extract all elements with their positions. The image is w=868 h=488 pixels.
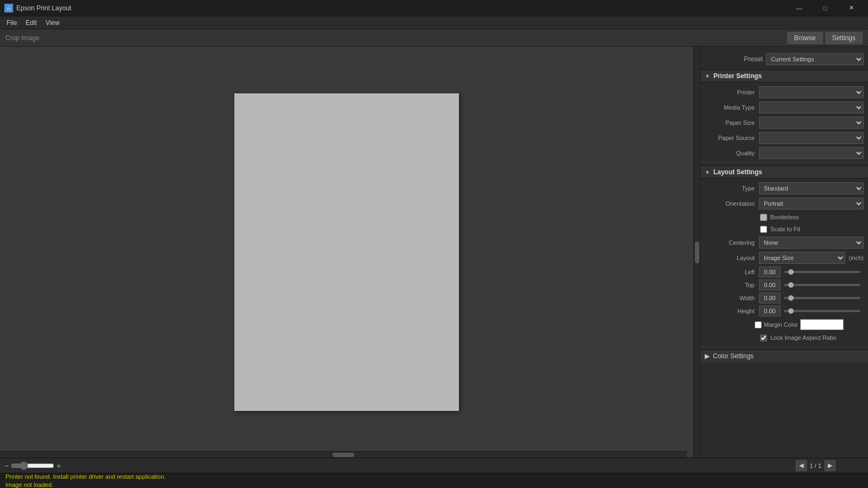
scale-to-fit-checkbox[interactable] xyxy=(760,226,767,233)
page-count: 1 / 1 xyxy=(810,462,821,469)
type-control: Standard xyxy=(759,182,864,194)
top-track[interactable] xyxy=(784,284,860,286)
paper-source-select[interactable] xyxy=(759,132,864,144)
layout-settings-arrow: ▼ xyxy=(705,169,710,175)
quality-row: Quality xyxy=(700,145,868,161)
status-text: Printer not found. Install printer drive… xyxy=(5,473,165,488)
borderless-label: Borderless xyxy=(770,214,799,220)
statusbar: Printer not found. Install printer drive… xyxy=(0,473,868,488)
hscroll-thumb[interactable] xyxy=(333,453,354,457)
width-slider-row: Width 0.00 xyxy=(700,291,868,305)
top-thumb[interactable] xyxy=(788,282,794,288)
status-line1: Printer not found. Install printer drive… xyxy=(5,473,165,480)
vscroll-thumb[interactable] xyxy=(695,242,699,263)
next-page-button[interactable]: ▶ xyxy=(825,460,835,471)
menu-file[interactable]: File xyxy=(2,18,21,28)
margin-color-row: Margin Color xyxy=(700,318,868,332)
menu-view[interactable]: View xyxy=(41,18,64,28)
menu-edit[interactable]: Edit xyxy=(21,18,41,28)
orientation-select[interactable]: Portrait xyxy=(759,198,864,210)
left-thumb[interactable] xyxy=(788,269,794,275)
browse-button[interactable]: Browse xyxy=(787,32,823,44)
menubar: File Edit View xyxy=(0,16,868,29)
app-icon: 🖨 xyxy=(4,4,13,12)
printer-control xyxy=(759,86,864,98)
layout-select[interactable]: Image Size xyxy=(759,252,845,264)
orientation-control: Portrait xyxy=(759,198,864,210)
left-slider-row: Left 0.00 xyxy=(700,265,868,278)
centering-control: None xyxy=(759,237,864,249)
quality-label: Quality xyxy=(705,150,759,156)
printer-settings-header[interactable]: ▼ Printer Settings xyxy=(700,69,868,83)
layout-settings-title: Layout Settings xyxy=(713,168,762,176)
media-type-label: Media Type xyxy=(705,104,759,111)
margin-color-swatch[interactable] xyxy=(800,319,844,330)
paper-size-row: Paper Size xyxy=(700,115,868,130)
height-thumb[interactable] xyxy=(788,308,794,314)
type-row: Type Standard xyxy=(700,181,868,196)
zoombar: − + ◀ 1 / 1 ▶ xyxy=(0,458,868,473)
width-thumb[interactable] xyxy=(788,295,794,301)
page-navigation: ◀ 1 / 1 ▶ xyxy=(796,460,835,471)
top-value[interactable]: 0.00 xyxy=(759,280,781,290)
borderless-checkbox[interactable] xyxy=(760,214,767,221)
zoom-out-button[interactable]: − xyxy=(4,461,9,470)
paper-size-select[interactable] xyxy=(759,117,864,129)
close-button[interactable]: ✕ xyxy=(839,0,864,16)
margin-color-label: Margin Color xyxy=(764,321,798,328)
margin-color-checkbox[interactable] xyxy=(755,321,762,328)
titlebar: 🖨 Epson Print Layout — □ ✕ xyxy=(0,0,868,16)
top-slider-row: Top 0.00 xyxy=(700,278,868,291)
preset-select[interactable]: Current Settings xyxy=(766,53,864,65)
width-value[interactable]: 0.00 xyxy=(759,293,781,303)
paper-source-label: Paper Source xyxy=(705,135,759,141)
width-label: Width xyxy=(705,295,759,301)
media-type-select[interactable] xyxy=(759,102,864,113)
paper-preview xyxy=(234,93,459,411)
main-toolbar: Crop Image Browse Settings xyxy=(0,29,868,47)
printer-settings-title: Printer Settings xyxy=(713,72,762,80)
zoom-in-button[interactable]: + xyxy=(56,461,61,470)
printer-settings-arrow: ▼ xyxy=(705,73,710,79)
minimize-button[interactable]: — xyxy=(787,0,812,16)
centering-select[interactable]: None xyxy=(759,237,864,249)
maximize-button[interactable]: □ xyxy=(813,0,838,16)
type-select[interactable]: Standard xyxy=(759,182,864,194)
media-type-control xyxy=(759,102,864,113)
printer-row: Printer xyxy=(700,85,868,100)
centering-label: Centering xyxy=(705,239,759,246)
layout-label: Layout xyxy=(705,255,759,261)
width-track[interactable] xyxy=(784,297,860,299)
color-settings-header[interactable]: ▶ Color Settings xyxy=(700,350,868,362)
quality-select[interactable] xyxy=(759,147,864,159)
zoom-slider[interactable] xyxy=(11,461,54,470)
height-slider-row: Height 0.00 xyxy=(700,305,868,318)
right-panel: Preset Current Settings ▼ Printer Settin… xyxy=(700,47,868,458)
left-value[interactable]: 0.00 xyxy=(759,267,781,277)
layout-settings-header[interactable]: ▼ Layout Settings xyxy=(700,166,868,179)
crop-image-label: Crop Image xyxy=(5,34,40,42)
color-settings-title: Color Settings xyxy=(713,352,754,360)
printer-select[interactable] xyxy=(759,86,864,98)
height-value[interactable]: 0.00 xyxy=(759,306,781,316)
layout-unit: (inch) xyxy=(848,255,864,261)
borderless-row: Borderless xyxy=(700,211,868,223)
height-track[interactable] xyxy=(784,310,860,312)
type-label: Type xyxy=(705,185,759,192)
settings-button[interactable]: Settings xyxy=(825,32,863,44)
color-settings-arrow: ▶ xyxy=(705,352,710,360)
orientation-row: Orientation Portrait xyxy=(700,196,868,211)
top-label: Top xyxy=(705,282,759,288)
left-label: Left xyxy=(705,269,759,275)
canvas-area xyxy=(0,47,693,458)
left-track[interactable] xyxy=(784,271,860,273)
app-title: Epson Print Layout xyxy=(16,4,787,12)
horizontal-scrollbar[interactable] xyxy=(0,451,687,458)
lock-aspect-checkbox[interactable] xyxy=(760,334,767,341)
preset-row: Preset Current Settings xyxy=(700,51,868,69)
paper-source-control xyxy=(759,132,864,144)
paper-size-control xyxy=(759,117,864,129)
vertical-scrollbar[interactable] xyxy=(693,47,700,458)
scale-to-fit-row: Scale to Fit xyxy=(700,223,868,235)
prev-page-button[interactable]: ◀ xyxy=(796,460,807,471)
